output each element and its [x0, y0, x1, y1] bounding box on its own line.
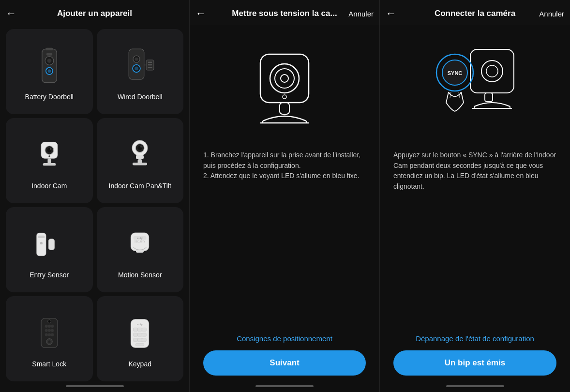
middle-instructions: 1. Branchez l'appareil sur la prise avan… [203, 150, 366, 325]
wired-doorbell-icon-area [120, 45, 159, 88]
left-panel-header: ← Ajouter un appareil [0, 0, 189, 25]
svg-rect-59 [134, 333, 138, 336]
svg-rect-78 [485, 93, 493, 102]
middle-back-button[interactable]: ← [195, 7, 206, 20]
right-beep-button[interactable]: Un bip est émis [393, 350, 556, 376]
battery-doorbell-label: Battery Doorbell [25, 93, 74, 101]
middle-panel-title: Mettre sous tension la ca... [232, 9, 337, 18]
svg-rect-61 [142, 333, 147, 336]
svg-text:eufy: eufy [137, 236, 143, 240]
left-panel-title: Ajouter un appareil [57, 9, 132, 18]
middle-scroll-indicator [255, 385, 314, 387]
svg-point-68 [275, 69, 294, 88]
left-panel: ← Ajouter un appareil Battery Doorbell [0, 0, 190, 392]
svg-rect-23 [43, 163, 56, 166]
svg-point-34 [40, 242, 43, 244]
svg-rect-13 [148, 61, 152, 63]
wired-doorbell-label: Wired Doorbell [118, 93, 163, 101]
svg-rect-32 [48, 239, 54, 250]
svg-rect-60 [138, 333, 142, 336]
svg-text:SECURITY: SECURITY [135, 241, 145, 243]
svg-point-70 [283, 95, 286, 99]
svg-rect-33 [38, 236, 45, 238]
svg-rect-63 [138, 338, 142, 342]
svg-point-41 [45, 325, 47, 328]
keypad-label: Keypad [129, 360, 151, 368]
entry-sensor-icon-area [30, 223, 69, 266]
middle-panel: ← Mettre sous tension la ca... Annuler [190, 0, 380, 392]
svg-point-42 [48, 325, 51, 328]
indoor-cam-pantilt-label: Indoor Cam Pan&Tilt [109, 182, 171, 190]
battery-doorbell-icon-area [30, 45, 69, 88]
device-card-motion-sensor[interactable]: eufy SECURITY Motion Sensor [97, 207, 184, 292]
svg-rect-15 [148, 67, 152, 68]
svg-point-51 [48, 340, 50, 343]
svg-point-21 [48, 155, 50, 157]
device-card-indoor-cam-pantilt[interactable]: Indoor Cam Pan&Tilt [97, 118, 184, 203]
svg-rect-6 [46, 53, 52, 55]
svg-point-20 [50, 148, 52, 150]
device-card-wired-doorbell[interactable]: Wired Doorbell [97, 29, 184, 114]
svg-rect-30 [133, 163, 147, 165]
entry-sensor-label: Entry Sensor [30, 271, 69, 279]
motion-sensor-icon-area: eufy SECURITY [120, 223, 159, 266]
right-instructions: Appuyez sur le bouton « SYNC » à l'arriè… [393, 150, 556, 325]
svg-point-9 [135, 58, 138, 61]
svg-rect-64 [142, 338, 147, 342]
right-panel-title: Connecter la caméra [435, 9, 515, 18]
svg-rect-62 [134, 338, 138, 342]
middle-next-button[interactable]: Suivant [203, 350, 366, 376]
svg-rect-39 [136, 250, 144, 253]
left-back-button[interactable]: ← [6, 7, 16, 20]
svg-point-47 [45, 333, 47, 336]
svg-text:SYNC: SYNC [447, 70, 462, 76]
svg-point-53 [48, 320, 50, 322]
svg-rect-1 [45, 48, 53, 50]
middle-content-area: 1. Branchez l'appareil sur la prise avan… [190, 25, 379, 385]
svg-rect-66 [260, 54, 309, 103]
left-scroll-indicator [66, 385, 124, 387]
right-content-area: SYNC Appuyez sur le bouton « SYNC » à l'… [380, 25, 570, 385]
svg-point-69 [281, 75, 288, 82]
motion-sensor-label: Motion Sensor [118, 271, 162, 279]
svg-point-45 [48, 329, 51, 332]
middle-link[interactable]: Consignes de positionnement [237, 334, 332, 343]
svg-rect-14 [148, 64, 152, 66]
indoor-cam-label: Indoor Cam [31, 182, 67, 190]
svg-point-3 [47, 59, 51, 63]
middle-camera-illustration [236, 35, 333, 141]
device-card-indoor-cam[interactable]: Indoor Cam [6, 118, 93, 203]
middle-cancel-button[interactable]: Annuler [348, 10, 374, 18]
svg-rect-56 [134, 328, 138, 331]
right-back-button[interactable]: ← [386, 7, 396, 20]
svg-point-27 [140, 146, 142, 148]
middle-panel-header: ← Mettre sous tension la ca... Annuler [190, 0, 379, 25]
device-card-battery-doorbell[interactable]: Battery Doorbell [6, 29, 93, 114]
svg-point-11 [135, 66, 138, 70]
svg-text:eufy: eufy [137, 322, 143, 326]
svg-rect-57 [138, 328, 142, 331]
keypad-icon-area: eufy [120, 312, 159, 355]
svg-point-49 [51, 333, 54, 336]
svg-rect-65 [135, 343, 144, 346]
svg-point-77 [486, 65, 498, 77]
indoor-cam-icon-area [30, 134, 69, 177]
svg-rect-71 [280, 103, 289, 114]
device-card-smart-lock[interactable]: Smart Lock [6, 296, 93, 381]
svg-point-43 [51, 325, 54, 328]
device-card-entry-sensor[interactable]: Entry Sensor [6, 207, 93, 292]
smart-lock-icon-area [30, 312, 69, 355]
smart-lock-label: Smart Lock [32, 360, 66, 368]
right-sync-illustration: SYNC [422, 35, 528, 141]
right-link[interactable]: Dépannage de l'état de configuration [416, 334, 534, 343]
right-cancel-button[interactable]: Annuler [539, 10, 564, 18]
svg-rect-75 [470, 49, 514, 93]
right-scroll-indicator [446, 385, 504, 387]
svg-rect-28 [136, 155, 144, 159]
svg-point-48 [48, 333, 51, 336]
svg-point-46 [51, 329, 54, 332]
device-grid: Battery Doorbell Wired Do [0, 25, 189, 385]
device-card-keypad[interactable]: eufy Keypad [97, 296, 184, 381]
right-panel: ← Connecter la caméra Annuler SYN [380, 0, 570, 392]
svg-point-44 [45, 329, 47, 332]
